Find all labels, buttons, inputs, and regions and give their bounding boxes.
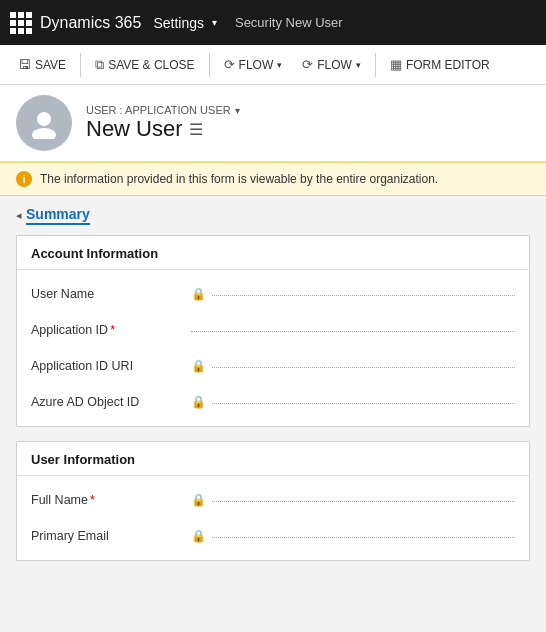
svg-point-0 bbox=[37, 112, 51, 126]
email-dotted-line bbox=[212, 537, 515, 538]
save-close-icon: ⧉ bbox=[95, 57, 104, 73]
user-info: USER : APPLICATION USER ▾ New User ☰ bbox=[86, 104, 240, 142]
table-row: Application ID URI 🔒 bbox=[17, 348, 529, 384]
flow1-chevron: ▾ bbox=[277, 60, 282, 70]
toolbar: 🖫 SAVE ⧉ SAVE & CLOSE ⟳ FLOW ▾ ⟳ FLOW ▾ … bbox=[0, 45, 546, 85]
flow2-chevron: ▾ bbox=[356, 60, 361, 70]
appiduri-lock-icon: 🔒 bbox=[191, 359, 206, 373]
flow1-button[interactable]: ⟳ FLOW ▾ bbox=[216, 53, 291, 76]
save-label: SAVE bbox=[35, 58, 66, 72]
user-name: New User ☰ bbox=[86, 116, 240, 142]
azuread-dotted-line bbox=[212, 403, 515, 404]
user-section-title: User Information bbox=[17, 442, 529, 476]
user-name-text: New User bbox=[86, 116, 183, 142]
account-fields: User Name 🔒 Application ID* Application … bbox=[17, 270, 529, 426]
settings-label[interactable]: Settings bbox=[153, 15, 204, 31]
svg-point-1 bbox=[32, 128, 56, 139]
settings-chevron[interactable]: ▾ bbox=[212, 17, 217, 28]
flow2-icon: ⟳ bbox=[302, 57, 313, 72]
user-type-label: USER : APPLICATION USER bbox=[86, 104, 231, 116]
azuread-lock-icon: 🔒 bbox=[191, 395, 206, 409]
email-label: Primary Email bbox=[31, 529, 191, 543]
save-close-button[interactable]: ⧉ SAVE & CLOSE bbox=[87, 53, 202, 77]
save-close-label: SAVE & CLOSE bbox=[108, 58, 194, 72]
user-header: USER : APPLICATION USER ▾ New User ☰ bbox=[0, 85, 546, 162]
user-name-menu-icon[interactable]: ☰ bbox=[189, 120, 203, 139]
fullname-field[interactable]: 🔒 bbox=[191, 493, 515, 507]
separator-3 bbox=[375, 53, 376, 77]
info-icon: i bbox=[16, 171, 32, 187]
fullname-dotted-line bbox=[212, 501, 515, 502]
form-editor-label: FORM EDITOR bbox=[406, 58, 490, 72]
email-field[interactable]: 🔒 bbox=[191, 529, 515, 543]
flow2-label: FLOW bbox=[317, 58, 352, 72]
table-row: Primary Email 🔒 bbox=[17, 518, 529, 554]
email-lock-icon: 🔒 bbox=[191, 529, 206, 543]
save-button[interactable]: 🖫 SAVE bbox=[10, 53, 74, 76]
flow1-label: FLOW bbox=[239, 58, 274, 72]
table-row: Full Name* 🔒 bbox=[17, 482, 529, 518]
flow1-icon: ⟳ bbox=[224, 57, 235, 72]
user-section: User Information Full Name* 🔒 Primary Em… bbox=[16, 441, 530, 561]
fullname-lock-icon: 🔒 bbox=[191, 493, 206, 507]
appid-field[interactable] bbox=[191, 329, 515, 332]
fullname-label: Full Name* bbox=[31, 493, 191, 507]
summary-label[interactable]: Summary bbox=[26, 206, 90, 225]
summary-collapse-icon[interactable]: ◂ bbox=[16, 209, 22, 222]
username-field[interactable]: 🔒 bbox=[191, 287, 515, 301]
appiduri-label: Application ID URI bbox=[31, 359, 191, 373]
app-grid-icon[interactable] bbox=[10, 12, 32, 34]
main-content: ◂ Summary Account Information User Name … bbox=[0, 196, 546, 585]
form-editor-button[interactable]: ▦ FORM EDITOR bbox=[382, 53, 498, 76]
avatar bbox=[16, 95, 72, 151]
table-row: Azure AD Object ID 🔒 bbox=[17, 384, 529, 420]
separator-2 bbox=[209, 53, 210, 77]
table-row: Application ID* bbox=[17, 312, 529, 348]
info-banner: i The information provided in this form … bbox=[0, 162, 546, 196]
account-section: Account Information User Name 🔒 Applicat… bbox=[16, 235, 530, 427]
azuread-label: Azure AD Object ID bbox=[31, 395, 191, 409]
appiduri-dotted-line bbox=[212, 367, 515, 368]
user-fields: Full Name* 🔒 Primary Email 🔒 bbox=[17, 476, 529, 560]
appid-required: * bbox=[110, 323, 115, 337]
summary-header: ◂ Summary bbox=[16, 206, 530, 225]
appiduri-field[interactable]: 🔒 bbox=[191, 359, 515, 373]
avatar-icon bbox=[28, 107, 60, 139]
azuread-field[interactable]: 🔒 bbox=[191, 395, 515, 409]
top-navbar: Dynamics 365 Settings ▾ Security New Use… bbox=[0, 0, 546, 45]
user-type[interactable]: USER : APPLICATION USER ▾ bbox=[86, 104, 240, 116]
form-editor-icon: ▦ bbox=[390, 57, 402, 72]
username-label: User Name bbox=[31, 287, 191, 301]
appid-dotted-line bbox=[191, 331, 515, 332]
username-dotted-line bbox=[212, 295, 515, 296]
app-title: Dynamics 365 bbox=[40, 14, 141, 32]
appid-label: Application ID* bbox=[31, 323, 191, 337]
table-row: User Name 🔒 bbox=[17, 276, 529, 312]
user-type-chevron[interactable]: ▾ bbox=[235, 105, 240, 116]
flow2-button[interactable]: ⟳ FLOW ▾ bbox=[294, 53, 369, 76]
info-message: The information provided in this form is… bbox=[40, 172, 438, 186]
fullname-required: * bbox=[90, 493, 95, 507]
account-section-title: Account Information bbox=[17, 236, 529, 270]
save-icon: 🖫 bbox=[18, 57, 31, 72]
username-lock-icon: 🔒 bbox=[191, 287, 206, 301]
breadcrumb: Security New User bbox=[235, 15, 343, 30]
separator-1 bbox=[80, 53, 81, 77]
